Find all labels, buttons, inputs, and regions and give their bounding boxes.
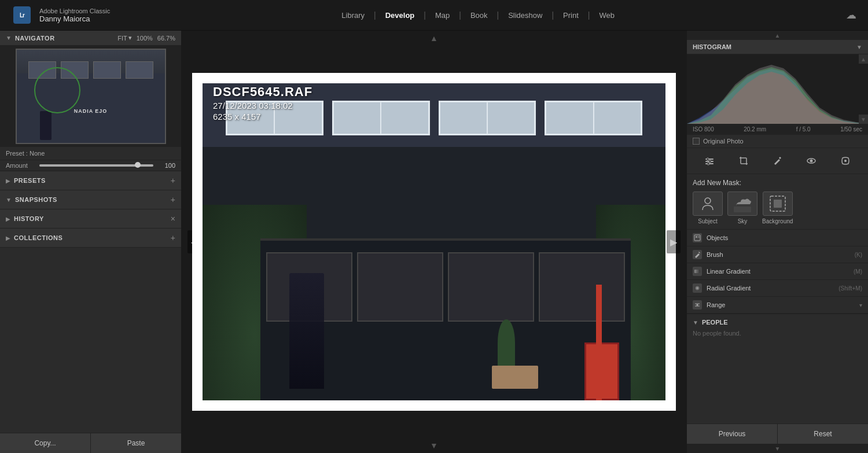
top-navigation: Lr Adobe Lightroom Classic Danny Maiorca… — [0, 0, 868, 31]
center-photo-area: ▲ ◀ DSCF5645.RAF 27/12/2023 03:18:02 623… — [182, 31, 686, 453]
nav-right: ☁ — [846, 9, 856, 21]
brush-label: Brush — [707, 251, 723, 258]
mask-subject[interactable]: Subject — [693, 191, 723, 224]
center-top-arrow: ▲ — [430, 34, 438, 43]
app-logo: Lr — [12, 5, 32, 25]
focal-value: 20.2 mm — [744, 126, 766, 132]
linear-gradient-shortcut: (M) — [854, 268, 862, 275]
mask-background[interactable]: Background — [762, 191, 793, 224]
right-scroll-down[interactable]: ▼ — [687, 444, 868, 453]
tools-row — [687, 148, 868, 174]
people-header[interactable]: ▼ People — [693, 319, 862, 326]
collections-add-icon[interactable]: + — [171, 233, 175, 242]
brush-item[interactable]: Brush (K) — [687, 246, 868, 263]
nav-web[interactable]: Web — [593, 9, 620, 22]
crop-tool[interactable] — [735, 153, 752, 169]
histogram-collapse-arrow[interactable]: ▼ — [856, 44, 862, 50]
previous-button[interactable]: Previous — [687, 424, 778, 444]
adjust-tool[interactable] — [701, 153, 718, 169]
nav-slideshow[interactable]: Slideshow — [502, 9, 548, 22]
svg-point-3 — [707, 158, 709, 160]
main-body: ▼ Navigator FIT ▾ 100% 66.7% — [0, 31, 868, 453]
nav-map[interactable]: Map — [429, 9, 455, 22]
radial-gradient-item[interactable]: Radial Gradient (Shift+M) — [687, 280, 868, 297]
svg-point-25 — [697, 304, 698, 306]
photo-next-arrow[interactable]: ▶ — [667, 230, 681, 253]
background-label: Background — [762, 218, 793, 224]
range-item[interactable]: Range ▾ — [687, 297, 868, 314]
copy-button[interactable]: Copy... — [0, 433, 91, 453]
app-branding: Lr Adobe Lightroom Classic Danny Maiorca — [12, 5, 110, 25]
original-photo-checkbox[interactable] — [693, 138, 700, 145]
iso-value: ISO 800 — [693, 126, 714, 132]
range-label: Range — [707, 301, 725, 308]
right-scroll-up[interactable]: ▲ — [687, 31, 868, 40]
photo-info-overlay: DSCF5645.RAF 27/12/2023 03:18:02 6235 x … — [213, 84, 312, 121]
zoom-66[interactable]: 66.7% — [157, 35, 175, 42]
histogram-info: ISO 800 20.2 mm f / 5.0 1/50 sec — [687, 124, 868, 135]
people-section: ▼ People No people found. — [687, 314, 868, 342]
right-bottom-buttons: Previous Reset — [687, 423, 868, 444]
center-bottom-arrow: ▼ — [430, 441, 438, 450]
nav-print[interactable]: Print — [557, 9, 584, 22]
range-icon — [693, 300, 702, 310]
photo-filename: DSCF5645.RAF — [213, 84, 312, 100]
mask-sky[interactable]: Sky — [727, 191, 757, 224]
redeye-tool[interactable] — [803, 153, 820, 169]
panel-history[interactable]: ▶ History × — [0, 209, 181, 229]
histogram-bottom-arrow: ▼ — [859, 115, 868, 124]
panel-presets[interactable]: ▶ Presets + — [0, 171, 181, 190]
svg-rect-17 — [774, 200, 782, 208]
history-clear-icon[interactable]: × — [171, 214, 175, 223]
original-photo-label: Original Photo — [703, 138, 744, 145]
nav-develop[interactable]: Develop — [380, 9, 421, 22]
right-panel: ▲ Histogram ▼ ▲ ▼ ISO 800 20.2 mm — [686, 31, 868, 453]
heal-tool[interactable] — [768, 153, 786, 169]
navigator-header[interactable]: ▼ Navigator FIT ▾ 100% 66.7% — [0, 31, 181, 46]
sky-icon — [727, 191, 757, 216]
linear-gradient-icon — [693, 267, 702, 276]
svg-point-12 — [810, 160, 813, 163]
panel-collections[interactable]: ▶ Collections + — [0, 229, 181, 248]
sky-label: Sky — [738, 218, 748, 224]
collections-arrow: ▶ — [6, 235, 10, 241]
people-empty: No people found. — [693, 327, 741, 339]
snapshots-add-icon[interactable]: + — [171, 195, 175, 204]
photo-container: DSCF5645.RAF 27/12/2023 03:18:02 6235 x … — [192, 73, 676, 411]
panel-snapshots[interactable]: ▼ Snapshots + — [0, 190, 181, 209]
app-title-line1: Adobe Lightroom Classic — [39, 8, 110, 14]
linear-gradient-item[interactable]: Linear Gradient (M) — [687, 263, 868, 280]
reset-button[interactable]: Reset — [778, 424, 868, 444]
amount-slider[interactable] — [39, 164, 153, 167]
nav-menu: Library | Develop | Map | Book | Slidesh… — [336, 9, 620, 22]
svg-rect-15 — [734, 207, 751, 212]
objects-label: Objects — [707, 234, 728, 241]
photo-date: 27/12/2023 03:18:02 — [213, 101, 312, 111]
shutter-value: 1/50 sec — [840, 126, 862, 132]
histogram-area: ▲ ▼ — [687, 54, 868, 124]
presets-title: Presets — [14, 177, 46, 184]
fit-button[interactable]: FIT ▾ — [117, 34, 132, 42]
svg-point-13 — [844, 160, 847, 162]
app-title-block: Adobe Lightroom Classic Danny Maiorca — [39, 8, 110, 23]
cloud-icon[interactable]: ☁ — [846, 9, 856, 21]
snapshots-arrow: ▼ — [6, 197, 12, 203]
navigator-preview: NADIA EJO — [0, 46, 181, 147]
aperture-value: f / 5.0 — [796, 126, 811, 132]
masking-tool[interactable] — [837, 153, 854, 169]
paste-button[interactable]: Paste — [91, 433, 181, 453]
nav-library[interactable]: Library — [336, 9, 370, 22]
histogram-top-arrow: ▲ — [859, 54, 868, 64]
presets-add-icon[interactable]: + — [171, 176, 175, 185]
preset-label: Preset : None — [6, 150, 45, 157]
objects-item[interactable]: Objects — [687, 230, 868, 246]
presets-arrow: ▶ — [6, 178, 10, 184]
nav-book[interactable]: Book — [465, 9, 494, 22]
navigator-collapse-arrow: ▼ — [6, 35, 12, 41]
zoom-100[interactable]: 100% — [137, 35, 153, 42]
original-photo-row[interactable]: Original Photo — [687, 135, 868, 148]
histogram-header[interactable]: Histogram ▼ — [687, 40, 868, 54]
subject-icon — [693, 191, 723, 216]
app-title-line2: Danny Maiorca — [39, 14, 110, 23]
main-photo: NADIA EJO — [203, 83, 665, 400]
